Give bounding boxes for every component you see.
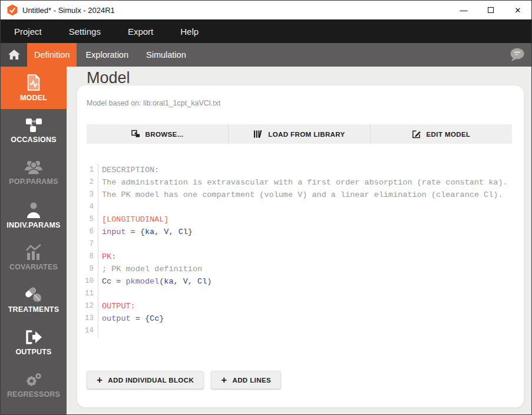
- line-number: 1: [83, 164, 98, 176]
- code-line: 5[LONGITUDINAL]: [83, 213, 517, 226]
- code-line: 2The administration is extravascular wit…: [83, 176, 517, 189]
- line-number: 3: [83, 189, 98, 201]
- code-text: PK:: [98, 251, 116, 263]
- tab-simulation-label: Simulation: [146, 50, 186, 60]
- plus-icon: +: [97, 375, 103, 385]
- sidebar-item-covariates: COVARIATES: [1, 236, 67, 279]
- menubar: Project Settings Export Help: [1, 19, 531, 43]
- browse-button[interactable]: BROWSE...: [87, 124, 228, 144]
- code-text: The PK model has one compartment (volume…: [98, 189, 503, 201]
- code-text: Cc = pkmodel(ka, V, Cl): [98, 275, 212, 288]
- feedback-button[interactable]: [509, 48, 525, 62]
- model-file-icon: [26, 74, 41, 91]
- regressors-gears-icon: [25, 372, 42, 387]
- tab-exploration[interactable]: Exploration: [77, 43, 137, 67]
- editor-actions: + ADD INDIVIDUAL BLOCK + ADD LINES: [87, 371, 281, 389]
- sidebar-item-label: MODEL: [20, 94, 47, 102]
- code-text: DESCRIPTION:: [98, 164, 159, 176]
- line-number: 14: [83, 325, 98, 337]
- sidebar-item-label: TREATMENTS: [8, 305, 60, 314]
- line-number: 10: [83, 275, 98, 288]
- code-line: 12OUTPUT:: [83, 300, 517, 312]
- tab-simulation[interactable]: Simulation: [137, 43, 195, 67]
- page-title: Model: [87, 69, 130, 87]
- covariates-chart-icon: [25, 244, 42, 260]
- sidebar-item-label: INDIV.PARAMS: [6, 221, 60, 229]
- tab-exploration-label: Exploration: [85, 50, 128, 60]
- code-line: 4: [83, 201, 517, 213]
- code-line: 9; PK model definition: [83, 263, 517, 275]
- code-line: 8PK:: [83, 251, 517, 263]
- add-individual-block-label: ADD INDIVIDUAL BLOCK: [108, 377, 194, 384]
- edit-pencil-icon: [412, 130, 421, 139]
- code-line: 13output = {Cc}: [83, 312, 517, 325]
- maximize-button[interactable]: [477, 1, 504, 19]
- treatments-pills-icon: [25, 287, 42, 302]
- menu-project[interactable]: Project: [14, 27, 42, 37]
- code-text: ; PK model definition: [98, 263, 202, 275]
- code-text: The administration is extravascular with…: [98, 176, 508, 189]
- sidebar-item-label: POP.PARAMS: [9, 177, 58, 186]
- sidebar-item-treatments[interactable]: TREATMENTS: [1, 279, 67, 321]
- edit-model-button[interactable]: EDIT MODEL: [370, 124, 512, 144]
- menu-export[interactable]: Export: [128, 27, 153, 37]
- code-line: 14: [83, 325, 517, 337]
- population-people-icon: [24, 160, 43, 174]
- code-line: 1DESCRIPTION:: [83, 164, 517, 176]
- sidebar-item-outputs[interactable]: OUTPUTS: [1, 321, 67, 364]
- sidebar-item-pop-params: POP.PARAMS: [1, 151, 67, 194]
- close-icon: ✕: [515, 6, 521, 15]
- code-editor[interactable]: 1DESCRIPTION:2The administration is extr…: [83, 164, 517, 337]
- sidebar-item-model[interactable]: MODEL: [1, 67, 67, 109]
- titlebar: Untitled* - Simulx - 2024R1 — ✕: [1, 1, 531, 19]
- line-number: 9: [83, 263, 98, 275]
- menu-help[interactable]: Help: [180, 27, 199, 37]
- line-number: 12: [83, 300, 98, 312]
- sidebar: MODEL OCCASIONS POP.PARAMS: [1, 67, 67, 414]
- code-line: 11: [83, 288, 517, 300]
- minimize-button[interactable]: —: [450, 1, 477, 19]
- model-toolbar: BROWSE... LOAD FROM LIBRARY EDIT MODEL: [87, 124, 512, 144]
- sidebar-item-label: REGRESSORS: [7, 390, 60, 398]
- load-from-library-button[interactable]: LOAD FROM LIBRARY: [228, 124, 370, 144]
- load-from-library-button-label: LOAD FROM LIBRARY: [268, 131, 345, 138]
- close-button[interactable]: ✕: [504, 1, 531, 19]
- code-text: [LONGITUDINAL]: [98, 213, 168, 226]
- sidebar-item-label: OUTPUTS: [15, 348, 51, 356]
- edit-model-button-label: EDIT MODEL: [427, 131, 471, 138]
- sidebar-item-indiv-params[interactable]: INDIV.PARAMS: [1, 194, 67, 236]
- individual-person-icon: [26, 202, 41, 218]
- sidebar-item-label: OCCASIONS: [11, 136, 57, 144]
- line-number: 4: [83, 201, 98, 213]
- tab-definition-label: Definition: [34, 50, 70, 60]
- home-button[interactable]: [1, 43, 27, 67]
- code-text: [98, 201, 102, 213]
- app-window: Untitled* - Simulx - 2024R1 — ✕ Project …: [0, 0, 532, 415]
- add-lines-button[interactable]: + ADD LINES: [211, 371, 281, 389]
- menu-settings[interactable]: Settings: [69, 27, 101, 37]
- code-line: 3The PK model has one compartment (volum…: [83, 189, 517, 201]
- code-text: [98, 325, 102, 337]
- code-text: [98, 288, 102, 300]
- simulx-logo-icon: [7, 4, 18, 16]
- code-line: 10Cc = pkmodel(ka, V, Cl): [83, 275, 517, 288]
- chat-bubble-icon: [509, 48, 525, 62]
- line-number: 7: [83, 238, 98, 251]
- tab-definition[interactable]: Definition: [27, 43, 77, 67]
- add-lines-label: ADD LINES: [232, 377, 271, 384]
- sidebar-item-occasions[interactable]: OCCASIONS: [1, 109, 67, 151]
- code-text: OUTPUT:: [98, 300, 136, 312]
- line-number: 2: [83, 176, 98, 189]
- plus-icon: +: [221, 375, 227, 385]
- library-books-icon: [253, 130, 263, 139]
- code-text: [98, 238, 102, 251]
- browse-folder-icon: [131, 130, 140, 139]
- home-icon: [8, 50, 20, 60]
- line-number: 11: [83, 288, 98, 300]
- occasions-nodes-icon: [25, 117, 42, 133]
- code-line: 6input = {ka, V, Cl}: [83, 226, 517, 238]
- add-individual-block-button[interactable]: + ADD INDIVIDUAL BLOCK: [87, 371, 204, 389]
- code-line: 7: [83, 238, 517, 251]
- code-text: input = {ka, V, Cl}: [98, 226, 193, 238]
- window-controls: — ✕: [450, 1, 531, 19]
